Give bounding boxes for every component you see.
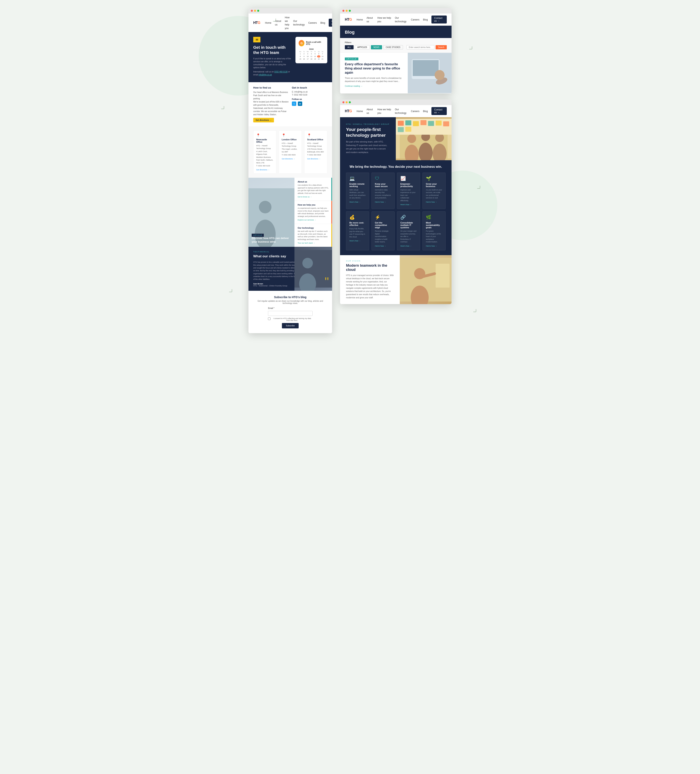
browser-close[interactable] [251,10,253,12]
blog-nav-tech[interactable]: Our technology [395,17,407,23]
about-panel-title-1: About us [298,180,329,183]
nav-blog[interactable]: Blog [320,22,325,24]
linkedin-icon[interactable]: in [298,101,302,106]
filter-all[interactable]: ALL [345,45,354,50]
svg-rect-30 [435,264,450,288]
home-nav-about[interactable]: About us [367,108,373,114]
home-nav-tech[interactable]: Our technology [395,108,407,114]
tech-card-3: 🌱 Grow your business As you build on you… [422,172,445,209]
blog-nav-about[interactable]: About us [367,17,373,23]
tech-card-title-0: Enable remote working [349,183,366,187]
nav-home[interactable]: Home [265,22,271,24]
tech-card-icon-0: 💻 [349,176,366,181]
search-input[interactable] [407,45,434,50]
filter-news[interactable]: NEWS [371,45,382,50]
right-browsers: HTG Home About us How we help you Our te… [340,8,452,304]
home-nav-blog[interactable]: Blog [423,110,428,112]
get-directions-btn[interactable]: Get directions → [253,118,274,122]
svg-point-4 [303,258,313,268]
contact-info-section: How to find us Our head office is at Man… [248,82,332,126]
home-hero-text: Be part of the winning team, with HTG. D… [346,140,390,154]
contact-phone-field: T: 0332 460 0130 [292,94,327,96]
continue-reading[interactable]: Continue reading → [345,85,403,87]
tech-card-7: 🌿 Meet sustainability goals Put green te… [422,212,445,250]
about-panel-link-2[interactable]: Explore our services → [298,219,329,221]
nav-tech[interactable]: Our technology [293,20,304,26]
about-panel-link-3[interactable]: Tour our tech stack → [298,242,329,244]
mini-calendar: MoTuWe ThFrSaSu 123 4567 8910 11121314 1… [299,51,324,60]
blog-logo[interactable]: HTG [345,18,352,22]
tech-card-text-0: With virtual desktops, you can work from… [349,189,366,199]
home-minimize[interactable] [346,101,348,103]
tech-card-link-1[interactable]: Here's how → [375,201,391,203]
blog-close[interactable] [343,10,344,12]
home-nav-home[interactable]: Home [357,110,363,112]
office-phone-1: T: 0332 460 0130 [256,164,273,167]
home-logo[interactable]: HTG [345,109,352,113]
blog-nav-how[interactable]: How we help you [377,17,391,23]
about-panels: About us Use analytics for a data-driven… [295,178,332,247]
subscribe-button[interactable]: Subscribe [282,323,299,328]
subscribe-form[interactable]: Email * I consent to HTG collecting and … [253,307,327,328]
how-to-find: How to find us Our head office is at Man… [253,86,289,122]
blog-nav-blog[interactable]: Blog [423,18,428,21]
vision-image [400,255,452,304]
contact-description: If you'd like to speak to us about any o… [253,57,292,69]
tech-card-link-0[interactable]: Here's how → [349,201,366,203]
blog-nav-careers[interactable]: Careers [411,18,419,21]
about-panel-about: About us Use analytics for a data-driven… [295,178,332,201]
subscribe-email-input[interactable] [268,311,313,316]
nav-about[interactable]: About us [275,20,281,26]
tech-card-icon-4: 💰 [349,215,366,220]
blog-maximize[interactable] [349,10,351,12]
svg-point-13 [407,134,416,143]
subscribe-email-label: Email * [268,307,274,309]
subscribe-checkbox[interactable] [268,318,271,320]
how-to-find-title: How to find us [253,86,289,89]
tech-card-link-3[interactable]: Here's how → [426,201,442,203]
browser-bar [248,8,332,13]
office-pin-2: 📍 [282,133,299,137]
search-button[interactable]: Search [435,45,447,50]
about-caption: Discover how HTG can deliver your busine… [252,237,291,244]
browser-minimize[interactable] [254,10,256,12]
office-link-3[interactable]: Get directions → [307,158,324,160]
nav-how[interactable]: How we help you [285,16,290,30]
tech-card-link-2[interactable]: Here's how → [400,203,417,205]
home-nav-contact-btn[interactable]: Contact us → [432,107,447,115]
social-icons: t in [292,101,327,106]
tech-card-link-4[interactable]: Here's how → [349,240,366,242]
home-nav: HTG Home About us How we help you Our te… [340,105,452,117]
contact-email-link[interactable]: info@htg.co.uk [259,74,272,76]
office-link-1[interactable]: Get directions → [256,169,273,171]
tech-card-link-6[interactable]: Here's how → [400,245,417,247]
office-address-3: 179 Princes Street, Edinburgh, EH2 4BH [307,148,324,154]
twitter-icon[interactable]: t [292,101,296,106]
tech-card-link-7[interactable]: Here's how → [426,245,442,247]
subscribe-checkbox-row: I consent to HTG collecting and storing … [268,318,313,321]
contact-phone-link[interactable]: 0332 460 0130 [274,71,288,73]
tech-card-title-2: Empower productivity [400,183,417,187]
filters-label: Filters [345,41,447,44]
home-maximize[interactable] [349,101,351,103]
vision-title: Modern teamwork in the cloud [346,263,394,272]
blog-minimize[interactable] [346,10,348,12]
browser-maximize[interactable] [257,10,259,12]
home-close[interactable] [343,101,344,103]
follow-us-label: Follow us [292,98,327,100]
office-link-2[interactable]: Get directions → [282,158,299,160]
blog-title: Blog [345,30,447,35]
filter-case-studies[interactable]: CASE STUDIES [383,45,403,50]
home-nav-careers[interactable]: Careers [411,110,419,112]
nav-contact-btn[interactable]: Contact us → [329,19,332,26]
testimonial-text: HTG has proven to be a valuable and trus… [253,261,298,281]
home-nav-how[interactable]: How we help you [377,108,391,114]
tech-card-title-3: Grow your business [426,183,442,187]
about-panel-link-1[interactable]: Get to know us → [298,196,329,198]
blog-nav-contact-btn[interactable]: Contact us → [432,15,447,23]
blog-nav-home[interactable]: Home [357,18,363,21]
tech-card-link-5[interactable]: Here's how → [375,245,391,247]
logo[interactable]: HTG [253,21,260,25]
nav-careers[interactable]: Careers [308,22,317,24]
filter-articles[interactable]: ARTICLES [355,45,370,50]
